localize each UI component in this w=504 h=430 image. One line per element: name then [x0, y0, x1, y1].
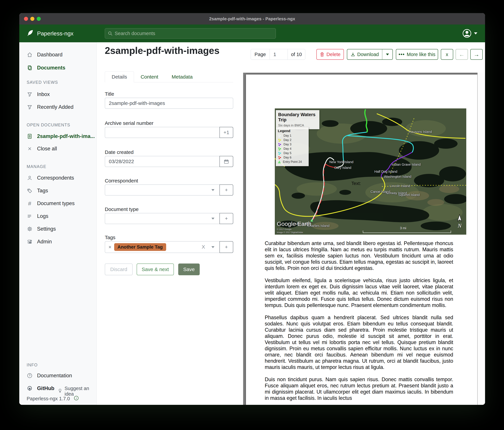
sidebar-item-label: Document types — [37, 200, 75, 206]
arrow-left-icon: ← — [459, 51, 465, 58]
date-created-input[interactable] — [109, 159, 229, 164]
pdf-paragraph: Duis non tincidunt purus. Nam quis sapie… — [265, 376, 453, 401]
route-dots-icon — [278, 156, 281, 159]
sidebar-item-inbox[interactable]: Inbox — [19, 89, 97, 99]
version-label: Paperless-ngx 1.7.0 — [27, 396, 70, 402]
sidebar-item-close-all[interactable]: Close all — [19, 144, 97, 154]
sidebar-item-suggest-idea[interactable]: Suggest an idea — [57, 386, 97, 397]
info-circle-icon[interactable]: i — [74, 395, 79, 402]
sidebar-item-label: Dashboard — [37, 52, 63, 58]
map-legend: Legend Day 1Day 2Day 3Day 4Day 5Day 6Ent… — [276, 127, 309, 166]
date-created-field — [105, 156, 233, 167]
tab-details[interactable]: Details — [105, 71, 134, 82]
sidebar-item-recently-added[interactable]: Recently Added — [19, 102, 97, 112]
add-document-type-button[interactable]: + — [219, 213, 233, 224]
sidebar-item-dashboard[interactable]: Dashboard — [19, 50, 97, 60]
legend-label: Day 3 — [284, 143, 291, 146]
map-scale-bar: 3 mi — [363, 231, 451, 233]
sidebar-item-document-types[interactable]: # Document types — [19, 198, 97, 208]
tag-chip[interactable]: Another Sample Tag — [114, 243, 166, 251]
page-number-input[interactable] — [270, 49, 288, 60]
brand-name: Paperless-ngx — [37, 30, 73, 37]
sidebar-item-settings[interactable]: Settings — [19, 224, 97, 234]
pdf-page: Boundary Waters Trip Six days in BWCA Le… — [246, 74, 477, 405]
google-earth-logo: Google Earth — [277, 221, 311, 227]
pdf-scrollbar[interactable] — [477, 73, 485, 405]
asn-field: +1 — [105, 127, 233, 138]
search-bar[interactable] — [105, 28, 276, 39]
toggles-icon — [27, 239, 33, 244]
sidebar-item-label: Close all — [37, 146, 57, 152]
more-like-this-button[interactable]: ••• More like this — [396, 49, 438, 60]
sidebar-item-documents[interactable]: Documents — [19, 63, 97, 73]
next-document-button[interactable]: → — [470, 49, 483, 60]
entry-point-icon — [278, 160, 281, 163]
search-input[interactable] — [115, 31, 266, 36]
chevron-down-icon[interactable] — [211, 246, 215, 248]
add-tag-button[interactable]: + — [219, 241, 233, 253]
page-navigator: Page of 10 — [251, 49, 305, 60]
legend-label: Day 5 — [284, 151, 291, 155]
clear-tags-icon[interactable]: X — [202, 244, 205, 250]
sidebar-item-label: Correspondents — [37, 175, 74, 181]
legend-item: Day 5 — [278, 151, 307, 155]
close-document-button[interactable]: x — [441, 49, 453, 60]
title-input[interactable] — [109, 100, 229, 106]
tab-content[interactable]: Content — [134, 71, 165, 82]
brand[interactable]: Paperless-ngx — [19, 29, 105, 37]
sidebar-item-admin[interactable]: Admin — [19, 237, 97, 247]
save-button[interactable]: Save — [178, 263, 200, 275]
calendar-button[interactable] — [219, 156, 233, 167]
remove-tag-icon[interactable]: × — [108, 244, 111, 250]
sidebar-item-label: Documentation — [37, 373, 72, 379]
map-attribution-2: Image © 2017 DigitalGlobe — [277, 231, 303, 234]
documents-icon — [27, 65, 33, 71]
legend-item: Day 4 — [278, 147, 307, 150]
user-menu-caret-icon — [474, 32, 477, 34]
asn-input[interactable] — [109, 130, 229, 135]
discard-button[interactable]: Discard — [105, 263, 133, 275]
zoom-window-button[interactable] — [37, 17, 41, 21]
island-label: Lincoln Island — [390, 184, 410, 188]
compass: N — [457, 214, 463, 229]
download-options-button[interactable] — [382, 49, 393, 60]
add-correspondent-button[interactable]: + — [219, 185, 233, 196]
previous-document-button[interactable]: ← — [456, 49, 468, 60]
sidebar-item-label: Recently Added — [37, 104, 73, 110]
date-created-label: Date created — [105, 149, 134, 155]
document-type-field: + — [105, 213, 233, 224]
document-type-label: Document type — [105, 206, 139, 212]
legend-label: Day 1 — [284, 134, 291, 138]
legend-item: Day 1 — [278, 134, 307, 138]
asn-increment-button[interactable]: +1 — [219, 127, 233, 138]
route-dots-icon — [278, 143, 281, 146]
github-icon — [27, 385, 33, 391]
sidebar-item-correspondents[interactable]: Correspondents — [19, 173, 97, 183]
sidebar-item-documentation[interactable]: ? Documentation — [19, 371, 97, 381]
arrow-right-icon: → — [474, 51, 479, 58]
sidebar-item-tags[interactable]: Tags — [19, 186, 97, 196]
chevron-down-icon[interactable] — [211, 189, 215, 191]
tags-field: ×Another Sample Tag X + — [105, 241, 233, 253]
delete-button[interactable]: Delete — [316, 49, 344, 60]
minimize-window-button[interactable] — [30, 17, 34, 21]
sidebar-item-logs[interactable]: Logs — [19, 211, 97, 221]
save-next-button[interactable]: Save & next — [137, 263, 174, 275]
legend-label: Day 2 — [284, 138, 291, 142]
sidebar-item-open-document[interactable]: 2sample-pdf-with-ima... — [19, 131, 97, 141]
main-panel: 2sample-pdf-with-images Page of 10 Delet… — [97, 42, 485, 405]
sidebar-item-label: Logs — [37, 213, 48, 219]
sidebar-item-label: Admin — [37, 239, 52, 245]
avatar-icon — [462, 29, 472, 38]
list-icon — [27, 213, 33, 219]
user-menu[interactable] — [462, 29, 485, 38]
route-dots-icon — [278, 139, 281, 142]
map-legend-items: Day 1Day 2Day 3Day 4Day 5Day 6Entry Poin… — [278, 134, 307, 164]
sidebar-item-label: GitHub — [37, 385, 54, 391]
tab-metadata[interactable]: Metadata — [165, 71, 199, 82]
chevron-down-icon[interactable] — [211, 218, 215, 220]
island-label: Washington Island — [384, 175, 412, 178]
download-button[interactable]: Download — [347, 49, 382, 60]
ellipsis-icon: ••• — [398, 52, 405, 57]
close-window-button[interactable] — [24, 17, 28, 21]
